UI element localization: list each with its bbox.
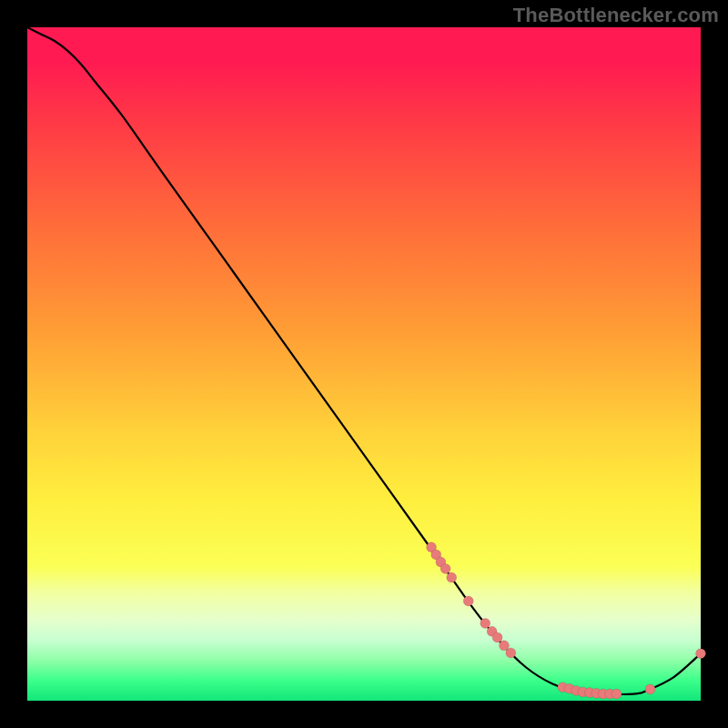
curve-svg — [27, 27, 701, 701]
data-point — [480, 618, 490, 628]
data-point — [506, 648, 516, 658]
data-point — [645, 684, 655, 694]
data-point — [612, 689, 622, 699]
data-points — [427, 542, 706, 699]
plot-area — [27, 27, 701, 701]
bottleneck-curve — [27, 27, 701, 694]
data-point — [696, 649, 706, 659]
data-point — [463, 596, 473, 606]
data-point — [440, 563, 450, 573]
data-point — [447, 572, 457, 582]
watermark-text: TheBottlenecker.com — [513, 4, 719, 27]
chart-stage: TheBottlenecker.com — [0, 0, 728, 728]
data-point — [492, 632, 502, 642]
